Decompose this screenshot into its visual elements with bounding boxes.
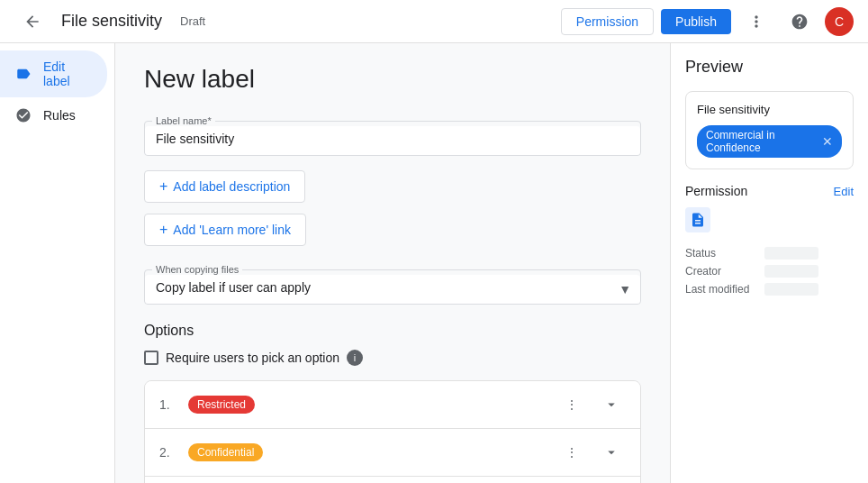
add-description-button[interactable]: + Add label description — [144, 170, 305, 203]
meta-row-lastmod: Last modified — [685, 283, 854, 296]
preview-card-title: File sensitivity — [697, 103, 842, 116]
sidebar-edit-label-text: Edit label — [43, 59, 93, 88]
option-num-2: 2. — [159, 445, 177, 460]
label-name-input[interactable] — [145, 126, 640, 155]
add-description-wrapper: + Add label description — [144, 170, 641, 203]
help-button[interactable] — [782, 4, 818, 40]
option-badge-1: Restricted — [188, 396, 255, 414]
edit-label-icon — [14, 65, 32, 83]
back-button[interactable] — [14, 4, 50, 40]
permission-section: Permission Edit — [685, 184, 854, 232]
options-title: Options — [144, 323, 641, 339]
meta-section: Status Creator Last modified — [685, 247, 854, 296]
permission-header: Permission Edit — [685, 184, 854, 198]
options-section: Options Require users to pick an option … — [144, 323, 641, 483]
permission-edit-link[interactable]: Edit — [834, 185, 854, 198]
options-list: 1. Restricted ⋮ 2. Confidential ⋮ — [144, 380, 641, 483]
copy-section: When copying files Copy label if user ca… — [144, 264, 641, 305]
app-header: File sensitivity Draft Permission Publis… — [0, 0, 868, 43]
option-expand-1[interactable] — [597, 390, 626, 419]
add-learn-more-icon: + — [159, 222, 167, 238]
label-name-legend: Label name* — [152, 115, 215, 126]
preview-chip-close-icon[interactable]: ✕ — [822, 134, 833, 149]
form-section: Label name* + Add label description + Ad… — [144, 115, 641, 483]
permission-label: Permission — [685, 184, 747, 198]
require-info-icon[interactable]: i — [347, 350, 363, 366]
meta-key-creator: Creator — [685, 265, 757, 278]
option-badge-2: Confidential — [188, 443, 263, 461]
require-row: Require users to pick an option i — [144, 350, 641, 366]
copy-field: When copying files Copy label if user ca… — [144, 264, 641, 305]
page-title: New label — [144, 65, 641, 94]
copy-legend: When copying files — [152, 264, 242, 275]
more-options-button[interactable] — [738, 4, 774, 40]
meta-row-status: Status — [685, 247, 854, 260]
option-more-1[interactable]: ⋮ — [557, 390, 586, 419]
meta-val-status — [764, 247, 818, 260]
add-learn-more-wrapper: + Add 'Learn more' link — [144, 214, 641, 246]
header-left: File sensitivity Draft — [14, 4, 561, 40]
user-avatar[interactable]: C — [825, 7, 854, 36]
meta-val-lastmod — [764, 283, 818, 296]
preview-chip: Commercial in Confidence ✕ — [697, 125, 842, 158]
preview-title: Preview — [685, 58, 854, 77]
main-content: New label Label name* + Add label descri… — [115, 43, 670, 483]
copy-select-wrapper: Copy label if user can apply Copy label … — [145, 275, 640, 304]
option-num-1: 1. — [159, 397, 177, 412]
permission-icon — [685, 207, 710, 232]
preview-chip-text: Commercial in Confidence — [706, 129, 818, 154]
add-learn-more-button[interactable]: + Add 'Learn more' link — [144, 214, 306, 246]
sidebar-rules-text: Rules — [43, 108, 76, 123]
rules-icon — [14, 106, 32, 124]
label-name-field: Label name* — [144, 115, 641, 156]
add-description-icon: + — [159, 178, 167, 195]
sidebar-item-rules[interactable]: Rules — [0, 97, 107, 133]
option-more-2[interactable]: ⋮ — [557, 438, 586, 467]
header-actions: Permission Publish C — [561, 4, 854, 40]
option-row-2: 2. Confidential ⋮ — [145, 429, 640, 477]
require-checkbox[interactable] — [144, 351, 158, 365]
meta-val-creator — [764, 265, 818, 278]
meta-key-lastmod: Last modified — [685, 283, 757, 296]
meta-row-creator: Creator — [685, 265, 854, 278]
publish-button[interactable]: Publish — [661, 9, 731, 34]
option-row-1: 1. Restricted ⋮ — [145, 381, 640, 429]
draft-badge: Draft — [180, 14, 205, 28]
sidebar: Edit label Rules — [0, 43, 115, 483]
permission-button[interactable]: Permission — [561, 8, 654, 35]
require-label: Require users to pick an option — [166, 351, 339, 365]
option-row-3: 3. Commercial in Confidence ⋮ — [145, 477, 640, 483]
preview-card: File sensitivity Commercial in Confidenc… — [685, 91, 854, 169]
meta-key-status: Status — [685, 247, 757, 260]
copy-select[interactable]: Copy label if user can apply Copy label … — [145, 275, 640, 304]
option-expand-2[interactable] — [597, 438, 626, 467]
page-title-header: File sensitivity — [61, 12, 162, 31]
app-body: Edit label Rules New label Label name* + — [0, 43, 868, 483]
sidebar-item-edit-label[interactable]: Edit label — [0, 50, 107, 97]
preview-panel: Preview File sensitivity Commercial in C… — [670, 43, 868, 483]
